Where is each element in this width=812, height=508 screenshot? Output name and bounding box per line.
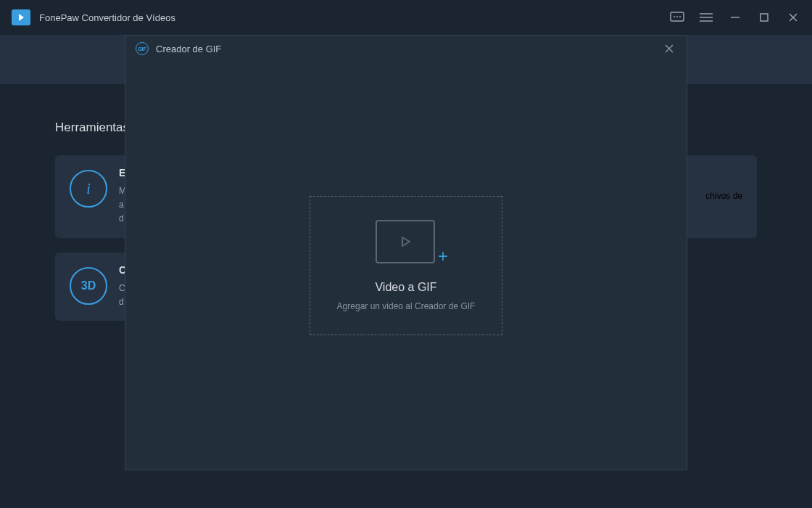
svg-rect-8 <box>761 14 768 21</box>
gif-icon: GIF <box>136 42 149 55</box>
maximize-button[interactable] <box>757 10 771 25</box>
svg-point-3 <box>679 16 681 17</box>
app-window: FonePaw Convertidor de Vídeos Herramient… <box>0 0 812 508</box>
card-desc: chivos de <box>705 189 742 203</box>
gif-creator-modal: GIF Creador de GIF + Video a GIF A <box>125 35 687 470</box>
info-icon: i <box>70 170 107 208</box>
modal-close-button[interactable] <box>662 41 676 56</box>
svg-point-2 <box>676 16 678 17</box>
modal-title: Creador de GIF <box>156 44 221 54</box>
minimize-button[interactable] <box>728 10 742 25</box>
feedback-icon[interactable] <box>670 10 684 25</box>
menu-icon[interactable] <box>699 10 713 25</box>
dropzone-subtitle: Agregar un video al Creador de GIF <box>337 301 476 311</box>
modal-header: GIF Creador de GIF <box>125 36 687 62</box>
app-logo <box>12 9 30 25</box>
dropzone-title: Video a GIF <box>375 281 436 294</box>
svg-point-1 <box>674 16 675 17</box>
plus-icon: + <box>438 246 448 266</box>
video-add-icon: + <box>386 220 426 265</box>
3d-icon: 3D <box>70 267 107 305</box>
close-button[interactable] <box>786 10 800 25</box>
video-to-gif-dropzone[interactable]: + Video a GIF Agregar un video al Creado… <box>310 196 502 335</box>
title-bar: FonePaw Convertidor de Vídeos <box>0 0 812 35</box>
app-title: FonePaw Convertidor de Vídeos <box>39 12 175 23</box>
